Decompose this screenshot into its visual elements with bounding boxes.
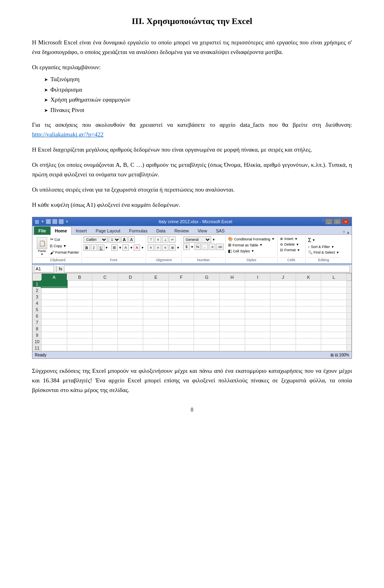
font-size-select[interactable]: 12 bbox=[108, 236, 120, 243]
cell-D10[interactable] bbox=[118, 338, 143, 345]
cell-I2[interactable] bbox=[245, 287, 270, 294]
cell-J7[interactable] bbox=[270, 319, 296, 326]
cell-D8[interactable] bbox=[118, 326, 143, 332]
cell-H8[interactable] bbox=[220, 326, 245, 332]
cell-F11[interactable] bbox=[168, 345, 194, 351]
increase-decimal-button[interactable]: .0 bbox=[209, 244, 215, 250]
cell-K1[interactable] bbox=[296, 281, 321, 287]
formula-input[interactable] bbox=[64, 265, 350, 272]
cell-E3[interactable] bbox=[143, 294, 169, 300]
cell-B4[interactable] bbox=[67, 300, 92, 306]
underline-dropdown[interactable]: ▼ bbox=[105, 246, 108, 250]
cell-G9[interactable] bbox=[194, 332, 220, 338]
cell-K6[interactable] bbox=[296, 313, 321, 319]
copy-button[interactable]: ⎘ Copy ▼ bbox=[49, 243, 80, 249]
cell-L7[interactable] bbox=[321, 319, 347, 326]
cell-F10[interactable] bbox=[168, 338, 194, 345]
col-header-B[interactable]: B bbox=[67, 274, 92, 281]
fill-color-button[interactable]: A bbox=[122, 244, 129, 251]
cell-H9[interactable] bbox=[220, 332, 245, 338]
cell-G5[interactable] bbox=[194, 306, 220, 313]
tab-file[interactable]: File bbox=[34, 226, 50, 235]
merge-dropdown[interactable]: ▼ bbox=[176, 246, 180, 250]
cell-A3[interactable] bbox=[42, 294, 67, 300]
tab-insert[interactable]: Insert bbox=[72, 226, 92, 234]
cell-A7[interactable] bbox=[42, 319, 67, 326]
cell-J6[interactable] bbox=[270, 313, 296, 319]
cell-A11[interactable] bbox=[42, 345, 67, 351]
cell-C7[interactable] bbox=[92, 319, 118, 326]
tab-pagelayout[interactable]: Page Layout bbox=[91, 226, 125, 234]
cell-I7[interactable] bbox=[245, 319, 270, 326]
tab-formulas[interactable]: Formulas bbox=[125, 226, 152, 234]
cell-D7[interactable] bbox=[118, 319, 143, 326]
row-header-10[interactable]: 10 bbox=[33, 338, 42, 345]
conditional-formatting-button[interactable]: 🎨 Conditional Formatting ▼ bbox=[227, 236, 275, 242]
col-header-K[interactable]: K bbox=[296, 274, 321, 281]
cell-D4[interactable] bbox=[118, 300, 143, 306]
cell-F8[interactable] bbox=[168, 326, 194, 332]
cell-E6[interactable] bbox=[143, 313, 169, 319]
bold-button[interactable]: B bbox=[84, 244, 90, 251]
cell-L9[interactable] bbox=[321, 332, 347, 338]
cell-I9[interactable] bbox=[245, 332, 270, 338]
row-header-1[interactable]: 1 bbox=[33, 281, 42, 287]
find-select-button[interactable]: 🔍 Find & Select ▼ bbox=[307, 250, 340, 255]
cell-K9[interactable] bbox=[296, 332, 321, 338]
font-grow-button[interactable]: A bbox=[121, 236, 128, 243]
cell-H3[interactable] bbox=[220, 294, 245, 300]
tab-sas[interactable]: SAS bbox=[212, 226, 229, 234]
font-name-select[interactable]: Calibri bbox=[84, 236, 108, 243]
align-left-button[interactable]: ≡ bbox=[148, 244, 154, 251]
cell-H5[interactable] bbox=[220, 306, 245, 313]
cell-A8[interactable] bbox=[42, 326, 67, 332]
cell-J3[interactable] bbox=[270, 294, 296, 300]
cell-C3[interactable] bbox=[92, 294, 118, 300]
cell-C6[interactable] bbox=[92, 313, 118, 319]
cell-E8[interactable] bbox=[143, 326, 169, 332]
tab-home[interactable]: Home bbox=[50, 226, 72, 235]
reference-link[interactable]: http://valiakaimaki.gr/?p=422 bbox=[32, 131, 104, 138]
maximize-button[interactable]: □ bbox=[334, 219, 341, 224]
cell-G7[interactable] bbox=[194, 319, 220, 326]
tab-data[interactable]: Data bbox=[152, 226, 170, 234]
cell-D5[interactable] bbox=[118, 306, 143, 313]
cell-E10[interactable] bbox=[143, 338, 169, 345]
insert-cells-button[interactable]: ⊕ Insert ▼ bbox=[279, 236, 298, 241]
col-header-G[interactable]: G bbox=[194, 274, 220, 281]
cell-D3[interactable] bbox=[118, 294, 143, 300]
cell-C9[interactable] bbox=[92, 332, 118, 338]
col-header-J[interactable]: J bbox=[270, 274, 296, 281]
cell-K4[interactable] bbox=[296, 300, 321, 306]
cell-reference-box[interactable]: A1 bbox=[34, 265, 54, 272]
cell-E11[interactable] bbox=[143, 345, 169, 351]
sort-filter-button[interactable]: ↕ Sort & Filter ▼ bbox=[307, 244, 335, 249]
align-middle-button[interactable]: ≡ bbox=[155, 236, 161, 243]
cell-K11[interactable] bbox=[296, 345, 321, 351]
cell-E2[interactable] bbox=[143, 287, 169, 294]
number-format-dropdown[interactable]: ▼ bbox=[212, 238, 215, 242]
tab-view[interactable]: View bbox=[193, 226, 212, 234]
qat-undo-icon[interactable] bbox=[52, 219, 57, 224]
row-header-3[interactable]: 3 bbox=[33, 294, 42, 300]
cell-L2[interactable] bbox=[321, 287, 347, 294]
cell-C8[interactable] bbox=[92, 326, 118, 332]
cell-B9[interactable] bbox=[67, 332, 92, 338]
cell-B3[interactable] bbox=[67, 294, 92, 300]
row-header-11[interactable]: 11 bbox=[33, 345, 42, 351]
cell-I5[interactable] bbox=[245, 306, 270, 313]
zoom-controls[interactable]: ⊞ ⊟ 100% bbox=[330, 353, 349, 357]
cell-I3[interactable] bbox=[245, 294, 270, 300]
cell-B8[interactable] bbox=[67, 326, 92, 332]
cell-K3[interactable] bbox=[296, 294, 321, 300]
currency-button[interactable]: $ bbox=[183, 244, 190, 250]
delete-cells-button[interactable]: ⊖ Delete ▼ bbox=[279, 242, 300, 247]
row-header-4[interactable]: 4 bbox=[33, 300, 42, 306]
minimize-button[interactable]: _ bbox=[325, 219, 332, 224]
cell-I10[interactable] bbox=[245, 338, 270, 345]
paste-button[interactable]: 📋 Paste ▼ bbox=[36, 236, 48, 256]
cell-K7[interactable] bbox=[296, 319, 321, 326]
col-header-C[interactable]: C bbox=[92, 274, 118, 281]
cell-L4[interactable] bbox=[321, 300, 347, 306]
cell-F9[interactable] bbox=[168, 332, 194, 338]
